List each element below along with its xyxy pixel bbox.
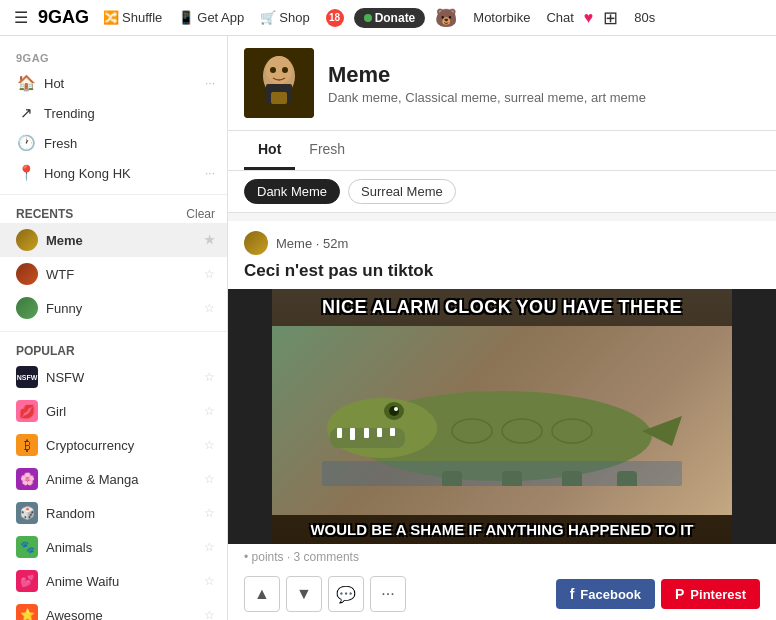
nav-grid[interactable]: ⊞ (597, 3, 624, 33)
girl-thumb: 💋 (16, 400, 38, 422)
sidebar-trending-label: Trending (44, 106, 215, 121)
post-source-text: Meme · 52m (276, 236, 348, 251)
avatar-svg (244, 48, 314, 118)
18-icon: 18 (326, 9, 344, 27)
pinterest-icon: P (675, 586, 684, 602)
share-facebook-button[interactable]: f Facebook (556, 579, 655, 609)
home-icon: 🏠 (16, 74, 36, 92)
recent-wtf-label: WTF (46, 267, 196, 282)
sidebar-item-nsfw[interactable]: NSFW NSFW ☆ (0, 360, 227, 394)
recents-header: Recents Clear (0, 201, 227, 223)
sidebar-item-girl[interactable]: 💋 Girl ☆ (0, 394, 227, 428)
sidebar-item-animals[interactable]: 🐾 Animals ☆ (0, 530, 227, 564)
meme-star-icon[interactable]: ★ (204, 233, 215, 247)
popular-random-label: Random (46, 506, 196, 521)
nav-18[interactable]: 18 (320, 5, 350, 31)
nav-80s[interactable]: 80s (628, 6, 661, 29)
donate-button[interactable]: Donate (354, 8, 426, 28)
heart-icon[interactable]: ♥ (584, 9, 594, 27)
sidebar-item-cryptocurrency[interactable]: ₿ Cryptocurrency ☆ (0, 428, 227, 462)
sidebar-section-9gag: 9GAG (0, 44, 227, 68)
share-pinterest-button[interactable]: P Pinterest (661, 579, 760, 609)
sidebar-hot-label: Hot (44, 76, 197, 91)
content-tabs: Hot Fresh (228, 131, 776, 171)
trending-icon: ↗ (16, 104, 36, 122)
nsfw-star-icon[interactable]: ☆ (204, 370, 215, 384)
comment-button[interactable]: 💬 (328, 576, 364, 612)
crypto-thumb: ₿ (16, 434, 38, 456)
sidebar-item-meme[interactable]: Meme ★ (0, 223, 227, 257)
nav-motorbike[interactable]: Motorbike (467, 6, 536, 29)
meme-avatar-image (244, 48, 314, 118)
funny-star-icon[interactable]: ☆ (204, 301, 215, 315)
sidebar-item-trending[interactable]: ↗ Trending (0, 98, 227, 128)
svg-rect-26 (322, 461, 682, 486)
sidebar-item-fresh[interactable]: 🕐 Fresh (0, 128, 227, 158)
post-meta: Meme · 52m (228, 221, 776, 261)
meme-thumb (16, 229, 38, 251)
sidebar-item-hongkong[interactable]: 📍 Hong Kong HK ··· (0, 158, 227, 188)
animewaifu-star-icon[interactable]: ☆ (204, 574, 215, 588)
top-navigation: ☰ 9GAG 🔀 Shuffle 📱 Get App 🛒 Shop 18 Don… (0, 0, 776, 36)
shop-icon: 🛒 (260, 10, 276, 25)
funny-thumb (16, 297, 38, 319)
awesome-thumb: ⭐ (16, 604, 38, 620)
nsfw-thumb: NSFW (16, 366, 38, 388)
girl-star-icon[interactable]: ☆ (204, 404, 215, 418)
svg-rect-14 (390, 428, 395, 436)
clock-icon: 🕐 (16, 134, 36, 152)
meme-croc-visual (272, 326, 732, 515)
random-star-icon[interactable]: ☆ (204, 506, 215, 520)
tab-hot[interactable]: Hot (244, 131, 295, 170)
sidebar-item-anime[interactable]: 🌸 Anime & Manga ☆ (0, 462, 227, 496)
nav-bear-emoji[interactable]: 🐻 (429, 3, 463, 33)
meme-image: NICE ALARM CLOCK YOU HAVE THERE (272, 289, 732, 544)
post-stats: • points · 3 comments (228, 544, 776, 570)
pill-surreal-meme[interactable]: Surreal Meme (348, 179, 456, 204)
location-icon: 📍 (16, 164, 36, 182)
wtf-star-icon[interactable]: ☆ (204, 267, 215, 281)
sidebar-item-hot[interactable]: 🏠 Hot ··· (0, 68, 227, 98)
popular-animewaifu-label: Anime Waifu (46, 574, 196, 589)
awesome-star-icon[interactable]: ☆ (204, 608, 215, 620)
nav-shop[interactable]: 🛒 Shop (254, 6, 315, 29)
popular-girl-label: Girl (46, 404, 196, 419)
animals-star-icon[interactable]: ☆ (204, 540, 215, 554)
svg-point-17 (394, 407, 398, 411)
sidebar-item-wtf[interactable]: WTF ☆ (0, 257, 227, 291)
upvote-button[interactable]: ▲ (244, 576, 280, 612)
recent-meme-label: Meme (46, 233, 196, 248)
svg-rect-13 (377, 428, 382, 437)
sidebar-divider-2 (0, 331, 227, 332)
sidebar-item-animewaifu[interactable]: 💕 Anime Waifu ☆ (0, 564, 227, 598)
popular-header: Popular (0, 338, 227, 360)
sidebar-item-random[interactable]: 🎲 Random ☆ (0, 496, 227, 530)
more-button[interactable]: ··· (370, 576, 406, 612)
animals-thumb: 🐾 (16, 536, 38, 558)
donate-dot (364, 14, 372, 22)
svg-point-5 (282, 67, 288, 73)
anime-thumb: 🌸 (16, 468, 38, 490)
anime-star-icon[interactable]: ☆ (204, 472, 215, 486)
hongkong-more-icon[interactable]: ··· (205, 166, 215, 180)
sidebar-item-awesome[interactable]: ⭐ Awesome ☆ (0, 598, 227, 620)
post-actions: ▲ ▼ 💬 ··· f Facebook P Pinterest (228, 570, 776, 620)
popular-awesome-label: Awesome (46, 608, 196, 621)
crypto-star-icon[interactable]: ☆ (204, 438, 215, 452)
pill-dank-meme[interactable]: Dank Meme (244, 179, 340, 204)
nav-shuffle[interactable]: 🔀 Shuffle (97, 6, 168, 29)
hot-more-icon[interactable]: ··· (205, 76, 215, 90)
nav-get-app[interactable]: 📱 Get App (172, 6, 250, 29)
site-logo[interactable]: 9GAG (38, 7, 89, 28)
recents-clear-button[interactable]: Clear (186, 207, 215, 221)
sidebar-item-funny[interactable]: Funny ☆ (0, 291, 227, 325)
popular-nsfw-label: NSFW (46, 370, 196, 385)
tab-fresh[interactable]: Fresh (295, 131, 359, 170)
downvote-button[interactable]: ▼ (286, 576, 322, 612)
phone-icon: 📱 (178, 10, 194, 25)
popular-anime-label: Anime & Manga (46, 472, 196, 487)
facebook-icon: f (570, 586, 575, 602)
nav-chat[interactable]: Chat (540, 6, 579, 29)
hamburger-menu[interactable]: ☰ (8, 4, 34, 31)
post-item: Meme · 52m Ceci n'est pas un tiktok NICE… (228, 221, 776, 620)
